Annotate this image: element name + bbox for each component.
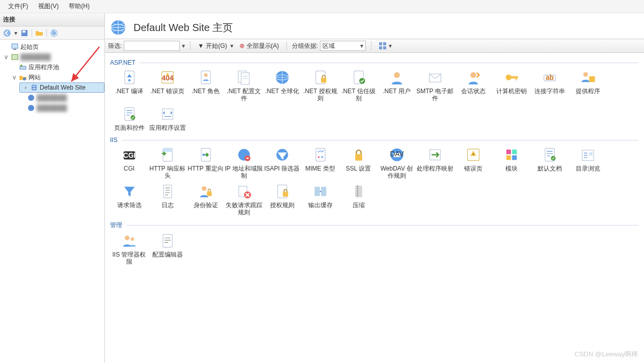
svg-rect-16	[379, 42, 382, 45]
groupby-value: 区域	[323, 42, 335, 50]
menu-help[interactable]: 帮助(H)	[64, 0, 95, 13]
svg-rect-55	[246, 158, 249, 159]
feature-item[interactable]: ab连接字符串	[530, 69, 569, 102]
tree-apppool[interactable]: 应用程序池	[0, 62, 104, 72]
feature-icon	[389, 69, 405, 86]
feature-label: 输出缓存	[301, 202, 339, 209]
tree-server-label: ███████	[20, 53, 51, 61]
svg-rect-17	[383, 42, 386, 45]
feature-item[interactable]: 默认文档	[530, 147, 569, 179]
feature-item[interactable]: IP 地址和域限制	[225, 147, 263, 179]
feature-icon	[121, 69, 138, 86]
refresh-icon[interactable]	[50, 29, 58, 37]
feature-item[interactable]: .NET 信任级别	[339, 69, 378, 102]
back-icon[interactable]	[3, 29, 11, 37]
feature-item[interactable]: 失败请求跟踪规则	[225, 183, 263, 216]
feature-icon	[236, 183, 252, 200]
feature-item[interactable]: 日志	[148, 183, 186, 216]
feature-label: HTTP 响应标头	[148, 165, 186, 179]
tree-site2[interactable]: ███████	[0, 93, 104, 103]
svg-point-25	[204, 73, 207, 77]
feature-label: WebDAV 创作规则	[378, 165, 416, 179]
svg-point-76	[202, 186, 206, 191]
svg-rect-67	[506, 150, 511, 154]
feature-label: 模块	[492, 165, 530, 172]
feature-item[interactable]: ISAPI 筛选器	[263, 147, 301, 179]
feature-label: HTTP 重定向	[186, 165, 225, 172]
feature-item[interactable]: DAVWebDAV 创作规则	[378, 147, 416, 179]
feature-item[interactable]: 404.NET 错误页	[148, 69, 186, 102]
feature-item[interactable]: 目录浏览	[569, 147, 607, 179]
feature-item[interactable]: 计算机密钥	[492, 69, 530, 102]
filter-input[interactable]	[124, 41, 180, 51]
feature-item[interactable]: .NET 授权规则	[301, 69, 339, 102]
feature-item[interactable]: .NET 角色	[186, 69, 225, 102]
svg-rect-74	[589, 152, 593, 155]
feature-icon	[121, 233, 138, 249]
feature-item[interactable]: CGICGI	[110, 147, 148, 179]
svg-rect-82	[314, 187, 319, 196]
svg-rect-2	[22, 31, 25, 33]
feature-item[interactable]: 模块	[492, 147, 530, 179]
svg-rect-60	[355, 154, 362, 161]
feature-item[interactable]: 错误页	[454, 147, 492, 179]
feature-label: 页面和控件	[110, 124, 148, 131]
save-icon[interactable]	[20, 29, 29, 37]
feature-item[interactable]: 页面和控件	[110, 106, 148, 131]
feature-item[interactable]: 会话状态	[454, 69, 492, 102]
feature-item[interactable]: 应用程序设置	[148, 106, 186, 131]
menu-view[interactable]: 视图(V)	[33, 0, 64, 13]
feature-item[interactable]: SMTP 电子邮件	[416, 69, 454, 102]
view-button[interactable]: ▾	[377, 41, 394, 51]
folder-icon[interactable]	[35, 29, 43, 37]
feature-item[interactable]: 处理程序映射	[416, 147, 454, 179]
showall-label: 全部显示(A)	[247, 42, 279, 50]
feature-item[interactable]: 压缩	[339, 183, 378, 216]
feature-item[interactable]: .NET 用户	[378, 69, 416, 102]
feature-icon: 404	[159, 69, 176, 86]
feature-item[interactable]: 授权规则	[263, 183, 301, 216]
feature-item[interactable]: SSL 设置	[339, 147, 378, 179]
globe-icon	[110, 19, 126, 36]
feature-icon	[580, 69, 596, 86]
feature-item[interactable]: 身份验证	[186, 183, 225, 216]
tree-default-website[interactable]: ›Default Web Site	[19, 82, 104, 93]
feature-item[interactable]: 配置编辑器	[148, 233, 186, 265]
feature-label: 日志	[148, 202, 186, 209]
menu-file[interactable]: 文件(F)	[3, 0, 33, 13]
feature-item[interactable]: .NET 编译	[110, 69, 148, 102]
groupby-select[interactable]: 区域	[320, 41, 366, 51]
tree-site2-label: ███████	[37, 94, 67, 101]
tree-start[interactable]: 起始页	[0, 42, 104, 52]
feature-icon	[503, 69, 520, 86]
svg-rect-39	[516, 76, 517, 80]
tree-server[interactable]: v███████	[0, 52, 104, 62]
feature-item[interactable]: HTTP 响应标头	[148, 147, 186, 179]
go-button[interactable]: ▼开始(G)▾	[196, 41, 235, 51]
feature-item[interactable]: .NET 全球化	[263, 69, 301, 102]
tree-sites[interactable]: v网站	[0, 72, 104, 82]
feature-icon	[427, 147, 443, 163]
feature-item[interactable]: 请求筛选	[110, 183, 148, 216]
feature-label: .NET 配置文件	[225, 88, 263, 102]
feature-item[interactable]: 提供程序	[569, 69, 607, 102]
feature-label: 处理程序映射	[416, 165, 454, 172]
feature-label: MIME 类型	[301, 165, 339, 172]
svg-rect-77	[207, 191, 211, 196]
feature-label: 请求筛选	[110, 202, 148, 209]
svg-point-85	[124, 236, 129, 240]
svg-rect-84	[355, 186, 362, 198]
feature-item[interactable]: .NET 配置文件	[225, 69, 263, 102]
feature-item[interactable]: MIME 类型	[301, 147, 339, 179]
feature-icon	[121, 106, 138, 122]
svg-rect-46	[162, 109, 173, 120]
feature-label: 会话状态	[454, 88, 492, 95]
feature-label: SSL 设置	[339, 165, 378, 172]
tree-site3[interactable]: ███████	[0, 103, 104, 113]
feature-item[interactable]: IIS 管理器权限	[110, 233, 148, 265]
feature-item[interactable]: 输出缓存	[301, 183, 339, 216]
feature-item[interactable]: HTTP 重定向	[186, 147, 225, 179]
svg-rect-87	[163, 234, 172, 247]
sidebar-toolbar: ▾	[0, 26, 104, 40]
showall-button[interactable]: ⊗全部显示(A)	[237, 41, 281, 51]
